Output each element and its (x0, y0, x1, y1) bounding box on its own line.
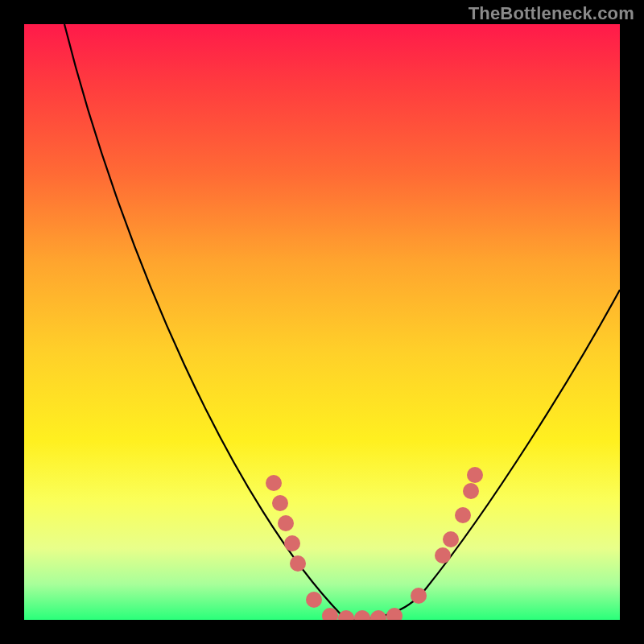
data-dot (443, 531, 459, 547)
data-dot (463, 483, 479, 499)
data-dot (266, 475, 282, 491)
data-dot (354, 610, 370, 620)
data-dot (306, 592, 322, 608)
data-dot (338, 610, 354, 620)
plot-area (24, 24, 620, 620)
curve-svg (24, 24, 620, 620)
data-dot (370, 610, 386, 620)
data-dot (455, 507, 471, 523)
bottleneck-curve (64, 24, 620, 620)
data-dot (272, 495, 288, 511)
chart-frame: TheBottleneck.com (0, 0, 644, 644)
data-dot (284, 535, 300, 551)
data-dot (467, 467, 483, 483)
data-dot (278, 515, 294, 531)
watermark-text: TheBottleneck.com (469, 3, 634, 24)
data-dot (290, 555, 306, 572)
data-dot (411, 588, 427, 604)
data-dot (435, 547, 451, 564)
data-dots (266, 467, 483, 620)
